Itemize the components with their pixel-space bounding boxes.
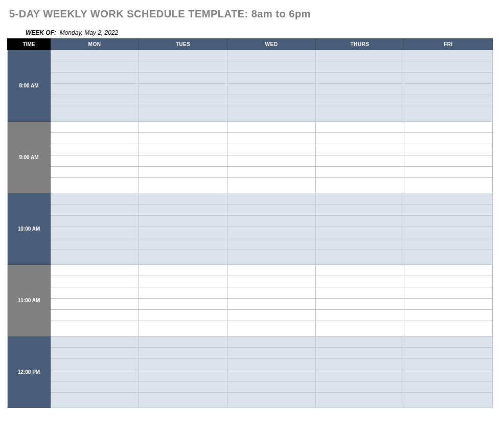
- schedule-cell[interactable]: [316, 336, 404, 348]
- schedule-cell[interactable]: [51, 167, 139, 178]
- schedule-cell[interactable]: [51, 227, 139, 238]
- schedule-cell[interactable]: [316, 359, 404, 370]
- schedule-cell[interactable]: [227, 133, 316, 144]
- schedule-cell[interactable]: [316, 370, 404, 381]
- schedule-cell[interactable]: [51, 106, 139, 122]
- schedule-cell[interactable]: [139, 144, 227, 155]
- schedule-cell[interactable]: [404, 359, 493, 370]
- schedule-cell[interactable]: [227, 205, 316, 216]
- schedule-cell[interactable]: [51, 250, 139, 265]
- schedule-cell[interactable]: [227, 359, 316, 370]
- schedule-cell[interactable]: [316, 155, 404, 167]
- schedule-cell[interactable]: [139, 370, 227, 381]
- schedule-cell[interactable]: [139, 348, 227, 359]
- schedule-cell[interactable]: [316, 122, 404, 133]
- schedule-cell[interactable]: [139, 73, 227, 84]
- schedule-cell[interactable]: [316, 50, 404, 61]
- schedule-cell[interactable]: [227, 250, 316, 265]
- schedule-cell[interactable]: [51, 299, 139, 310]
- schedule-cell[interactable]: [316, 310, 404, 321]
- schedule-cell[interactable]: [316, 393, 404, 408]
- schedule-cell[interactable]: [404, 122, 493, 133]
- schedule-cell[interactable]: [227, 122, 316, 133]
- schedule-cell[interactable]: [51, 348, 139, 359]
- schedule-cell[interactable]: [139, 393, 227, 408]
- schedule-cell[interactable]: [227, 370, 316, 381]
- schedule-cell[interactable]: [227, 216, 316, 227]
- schedule-cell[interactable]: [139, 336, 227, 348]
- schedule-cell[interactable]: [227, 310, 316, 321]
- schedule-cell[interactable]: [139, 50, 227, 61]
- schedule-cell[interactable]: [51, 144, 139, 155]
- schedule-cell[interactable]: [51, 276, 139, 287]
- schedule-cell[interactable]: [404, 193, 493, 205]
- schedule-cell[interactable]: [51, 122, 139, 133]
- schedule-cell[interactable]: [227, 61, 316, 73]
- schedule-cell[interactable]: [227, 95, 316, 106]
- schedule-cell[interactable]: [404, 205, 493, 216]
- schedule-cell[interactable]: [404, 84, 493, 95]
- schedule-cell[interactable]: [404, 310, 493, 321]
- schedule-cell[interactable]: [139, 265, 227, 276]
- schedule-cell[interactable]: [51, 205, 139, 216]
- schedule-cell[interactable]: [51, 370, 139, 381]
- schedule-cell[interactable]: [51, 73, 139, 84]
- schedule-cell[interactable]: [404, 227, 493, 238]
- schedule-cell[interactable]: [316, 73, 404, 84]
- schedule-cell[interactable]: [316, 238, 404, 250]
- schedule-cell[interactable]: [227, 299, 316, 310]
- schedule-cell[interactable]: [51, 238, 139, 250]
- schedule-cell[interactable]: [227, 238, 316, 250]
- schedule-cell[interactable]: [139, 106, 227, 122]
- schedule-cell[interactable]: [404, 144, 493, 155]
- schedule-cell[interactable]: [139, 238, 227, 250]
- schedule-cell[interactable]: [51, 61, 139, 73]
- schedule-cell[interactable]: [51, 95, 139, 106]
- schedule-cell[interactable]: [139, 216, 227, 227]
- schedule-cell[interactable]: [404, 133, 493, 144]
- schedule-cell[interactable]: [227, 193, 316, 205]
- schedule-cell[interactable]: [51, 336, 139, 348]
- schedule-cell[interactable]: [139, 84, 227, 95]
- schedule-cell[interactable]: [404, 393, 493, 408]
- schedule-cell[interactable]: [51, 216, 139, 227]
- schedule-cell[interactable]: [51, 321, 139, 336]
- schedule-cell[interactable]: [316, 178, 404, 193]
- schedule-cell[interactable]: [316, 95, 404, 106]
- schedule-cell[interactable]: [316, 227, 404, 238]
- schedule-cell[interactable]: [227, 336, 316, 348]
- schedule-cell[interactable]: [404, 299, 493, 310]
- schedule-cell[interactable]: [404, 95, 493, 106]
- schedule-cell[interactable]: [139, 287, 227, 299]
- schedule-cell[interactable]: [227, 265, 316, 276]
- schedule-cell[interactable]: [404, 167, 493, 178]
- schedule-cell[interactable]: [139, 310, 227, 321]
- schedule-cell[interactable]: [404, 370, 493, 381]
- schedule-cell[interactable]: [404, 265, 493, 276]
- schedule-cell[interactable]: [404, 348, 493, 359]
- schedule-cell[interactable]: [227, 393, 316, 408]
- schedule-cell[interactable]: [316, 348, 404, 359]
- schedule-cell[interactable]: [316, 299, 404, 310]
- schedule-cell[interactable]: [227, 321, 316, 336]
- schedule-cell[interactable]: [139, 133, 227, 144]
- schedule-cell[interactable]: [227, 106, 316, 122]
- schedule-cell[interactable]: [316, 193, 404, 205]
- schedule-cell[interactable]: [51, 393, 139, 408]
- schedule-cell[interactable]: [404, 321, 493, 336]
- schedule-cell[interactable]: [227, 84, 316, 95]
- schedule-cell[interactable]: [51, 381, 139, 393]
- schedule-cell[interactable]: [316, 250, 404, 265]
- schedule-cell[interactable]: [227, 50, 316, 61]
- schedule-cell[interactable]: [316, 106, 404, 122]
- schedule-cell[interactable]: [404, 216, 493, 227]
- schedule-cell[interactable]: [51, 155, 139, 167]
- schedule-cell[interactable]: [404, 381, 493, 393]
- schedule-cell[interactable]: [51, 50, 139, 61]
- schedule-cell[interactable]: [139, 193, 227, 205]
- schedule-cell[interactable]: [51, 133, 139, 144]
- schedule-cell[interactable]: [316, 61, 404, 73]
- schedule-cell[interactable]: [404, 155, 493, 167]
- schedule-cell[interactable]: [404, 287, 493, 299]
- schedule-cell[interactable]: [139, 299, 227, 310]
